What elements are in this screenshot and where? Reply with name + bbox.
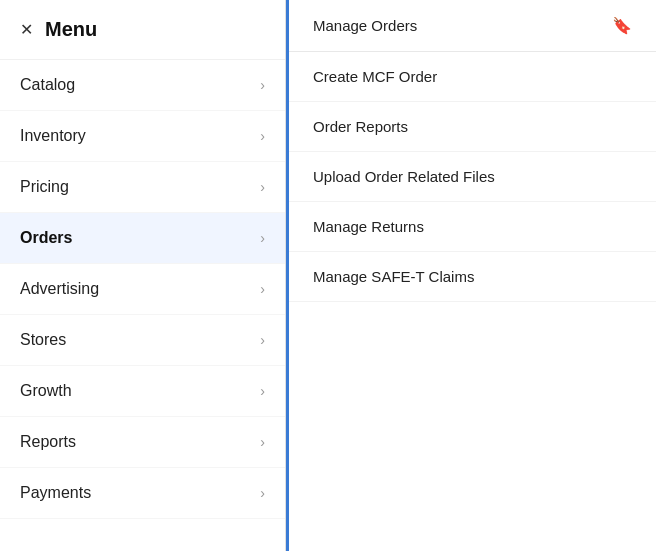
close-menu-button[interactable]: ✕ xyxy=(20,20,33,39)
chevron-right-icon: › xyxy=(260,485,265,501)
sidebar-item-label-growth: Growth xyxy=(20,382,72,400)
menu-items-list: Catalog › Inventory › Pricing › Orders ›… xyxy=(0,60,285,551)
chevron-right-icon: › xyxy=(260,179,265,195)
sidebar-item-label-catalog: Catalog xyxy=(20,76,75,94)
sidebar-item-reports[interactable]: Reports › xyxy=(0,417,285,468)
chevron-right-icon: › xyxy=(260,332,265,348)
chevron-right-icon: › xyxy=(260,383,265,399)
sidebar-item-label-payments: Payments xyxy=(20,484,91,502)
menu-title: Menu xyxy=(45,18,97,41)
sidebar-item-inventory[interactable]: Inventory › xyxy=(0,111,285,162)
chevron-right-icon: › xyxy=(260,128,265,144)
submenu-item-order-reports[interactable]: Order Reports xyxy=(289,102,656,152)
menu-header: ✕ Menu xyxy=(0,0,285,60)
sidebar-item-payments[interactable]: Payments › xyxy=(0,468,285,519)
sidebar-item-label-reports: Reports xyxy=(20,433,76,451)
chevron-right-icon: › xyxy=(260,434,265,450)
sidebar-item-pricing[interactable]: Pricing › xyxy=(0,162,285,213)
submenu-item-manage-orders[interactable]: Manage Orders 🔖 xyxy=(289,0,656,52)
submenu-item-label-manage-orders: Manage Orders xyxy=(313,17,417,34)
sidebar-item-catalog[interactable]: Catalog › xyxy=(0,60,285,111)
submenu-item-label-order-reports: Order Reports xyxy=(313,118,408,135)
submenu-item-label-manage-returns: Manage Returns xyxy=(313,218,424,235)
sidebar-item-advertising[interactable]: Advertising › xyxy=(0,264,285,315)
bookmark-icon[interactable]: 🔖 xyxy=(612,16,632,35)
sidebar-item-label-inventory: Inventory xyxy=(20,127,86,145)
sidebar-item-label-pricing: Pricing xyxy=(20,178,69,196)
submenu-item-manage-returns[interactable]: Manage Returns xyxy=(289,202,656,252)
chevron-right-icon: › xyxy=(260,230,265,246)
sidebar-item-label-advertising: Advertising xyxy=(20,280,99,298)
submenu-item-upload-order-files[interactable]: Upload Order Related Files xyxy=(289,152,656,202)
submenu-item-manage-safe-t[interactable]: Manage SAFE-T Claims xyxy=(289,252,656,302)
submenu-panel: Manage Orders 🔖 Create MCF Order Order R… xyxy=(286,0,656,551)
sidebar-item-stores[interactable]: Stores › xyxy=(0,315,285,366)
submenu-item-label-manage-safe-t: Manage SAFE-T Claims xyxy=(313,268,474,285)
sidebar-menu: ✕ Menu Catalog › Inventory › Pricing › O… xyxy=(0,0,286,551)
sidebar-item-growth[interactable]: Growth › xyxy=(0,366,285,417)
submenu-item-label-create-mcf-order: Create MCF Order xyxy=(313,68,437,85)
sidebar-item-label-stores: Stores xyxy=(20,331,66,349)
sidebar-item-label-orders: Orders xyxy=(20,229,72,247)
chevron-right-icon: › xyxy=(260,77,265,93)
chevron-right-icon: › xyxy=(260,281,265,297)
submenu-item-label-upload-order-files: Upload Order Related Files xyxy=(313,168,495,185)
submenu-item-create-mcf-order[interactable]: Create MCF Order xyxy=(289,52,656,102)
sidebar-item-orders[interactable]: Orders › xyxy=(0,213,285,264)
